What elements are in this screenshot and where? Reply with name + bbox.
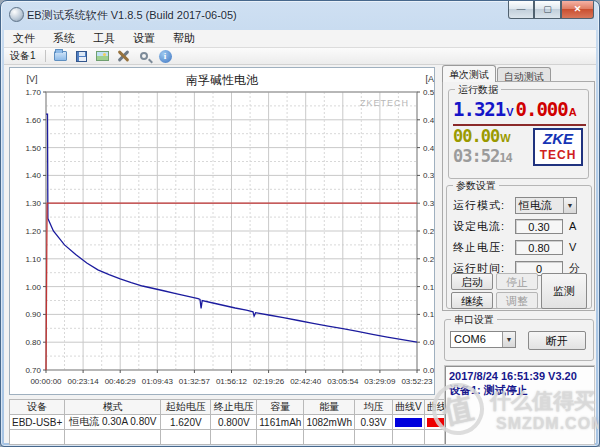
set-current-input[interactable]: 0.30 [515, 219, 563, 234]
cell-end-v: 0.800V [211, 415, 257, 430]
com-port-value: COM6 [451, 332, 502, 347]
col-device: 设备 [10, 400, 65, 415]
menu-tools[interactable]: 工具 [84, 29, 124, 48]
params-group-label: 参数设置 [453, 179, 499, 193]
svg-text:1.20: 1.20 [25, 227, 41, 236]
svg-text:0.05: 0.05 [423, 338, 434, 347]
voltage-current-display: 1.321 V 0.000 A [453, 98, 586, 126]
svg-text:0.80: 0.80 [25, 338, 41, 347]
run-mode-select[interactable]: 恒电流 ▼ [515, 197, 577, 214]
menu-system[interactable]: 系统 [44, 29, 84, 48]
col-mode: 模式 [65, 400, 161, 415]
svg-text:0.40: 0.40 [423, 144, 434, 153]
zoom-icon[interactable] [137, 49, 152, 63]
save-icon[interactable] [74, 49, 89, 63]
run-mode-value: 恒电流 [516, 198, 563, 213]
run-data-group-label: 运行数据 [455, 83, 501, 97]
svg-text:1.10: 1.10 [25, 255, 41, 264]
svg-text:1.00: 1.00 [25, 283, 41, 292]
svg-text:0.30: 0.30 [423, 199, 434, 208]
tools-icon[interactable] [116, 49, 131, 63]
voltage-unit: V [506, 106, 513, 118]
status-message: 设备1: 测试停止 [449, 383, 590, 397]
monitor-button[interactable]: 监测 [541, 273, 587, 309]
chart-panel: 南孚碱性电池 [V]1.701.601.501.401.301.201.101.… [9, 67, 435, 395]
table-row[interactable]: EBD-USB+ 恒电流 0.30A 0.80V 1.620V 0.800V 1… [10, 415, 456, 430]
power-unit: W [500, 132, 510, 144]
cell-energy: 1082mWh [304, 415, 355, 430]
device-selector[interactable]: 设备1 [4, 48, 41, 64]
cutoff-voltage-input[interactable]: 0.80 [515, 240, 563, 255]
svg-text:0.70: 0.70 [25, 366, 41, 375]
status-log: 2017/8/24 16:51:39 V3.20 设备1: 测试停止 [444, 365, 595, 445]
set-current-label: 设定电流: [453, 219, 515, 234]
serial-group-label: 串口设置 [451, 313, 497, 327]
continue-button[interactable]: 继续 [451, 292, 493, 309]
svg-text:01:09:43: 01:09:43 [142, 377, 174, 386]
table-header-row: 设备 模式 起始电压 终止电压 容量 能量 均压 曲线V 曲线A [10, 400, 456, 415]
cutoff-voltage-label: 终止电压: [453, 240, 515, 255]
svg-text:03:05:54: 03:05:54 [327, 377, 359, 386]
adjust-button: 调整 [496, 292, 538, 309]
client-area: 南孚碱性电池 [V]1.701.601.501.401.301.201.101.… [4, 65, 596, 443]
tab-single-test[interactable]: 单次测试 [442, 65, 496, 82]
menu-bar: 文件 系统 工具 设置 帮助 [4, 30, 596, 48]
col-end-v: 终止电压 [211, 400, 257, 415]
col-capacity: 容量 [257, 400, 304, 415]
col-avg-v: 均压 [354, 400, 392, 415]
svg-text:1.50: 1.50 [25, 144, 41, 153]
svg-text:02:19:26: 02:19:26 [253, 377, 285, 386]
svg-text:1.40: 1.40 [25, 171, 41, 180]
open-file-icon[interactable] [53, 49, 68, 63]
stop-button: 停止 [496, 273, 538, 290]
svg-text:1.70: 1.70 [25, 88, 41, 97]
run-data-group: 运行数据 1.321 V 0.000 A 00.00W 03:5214 ZKE … [448, 89, 589, 179]
tab-auto-test[interactable]: 自动测试 [497, 67, 551, 82]
run-mode-label: 运行模式: [453, 198, 515, 213]
app-icon [9, 7, 24, 22]
col-start-v: 起始电压 [161, 400, 211, 415]
table-empty-row [10, 430, 456, 445]
toolbar-separator [45, 50, 46, 62]
chevron-down-icon[interactable]: ▼ [502, 332, 515, 347]
export-image-icon[interactable] [95, 49, 110, 63]
menu-file[interactable]: 文件 [4, 29, 44, 48]
status-timestamp: 2017/8/24 16:51:39 V3.20 [449, 369, 590, 383]
svg-text:0.45: 0.45 [423, 116, 434, 125]
minimize-button[interactable]: — [508, 1, 534, 19]
svg-text:1.30: 1.30 [25, 199, 41, 208]
svg-text:0.20: 0.20 [423, 255, 434, 264]
curve-v-color [395, 418, 422, 427]
svg-text:0.15: 0.15 [423, 283, 434, 292]
svg-text:ZKETECH: ZKETECH [360, 98, 409, 108]
maximize-button[interactable]: ▢ [534, 1, 561, 19]
cell-capacity: 1161mAh [257, 415, 304, 430]
svg-text:03:52:23: 03:52:23 [401, 377, 433, 386]
col-curve-v: 曲线V [392, 400, 424, 415]
svg-text:0.90: 0.90 [25, 310, 41, 319]
logo-text-tech: TECH [535, 148, 581, 162]
disconnect-button[interactable]: 断开 [528, 331, 586, 350]
svg-text:01:32:57: 01:32:57 [179, 377, 211, 386]
title-bar[interactable]: EB测试系统软件 V1.8.5 (Build 2017-06-05) — ▢ ✕ [1, 1, 599, 29]
close-button[interactable]: ✕ [561, 1, 594, 19]
menu-help[interactable]: 帮助 [164, 29, 204, 48]
start-button[interactable]: 启动 [451, 273, 493, 290]
elapsed-time-seconds: 14 [499, 151, 511, 165]
power-time-display: 00.00W 03:5214 [453, 126, 513, 166]
discharge-chart: [V]1.701.601.501.401.301.201.101.000.900… [10, 68, 434, 394]
set-current-row: 设定电流: 0.30 A [453, 217, 587, 235]
cell-mode: 恒电流 0.30A 0.80V [65, 415, 161, 430]
svg-text:[V]: [V] [26, 74, 37, 84]
menu-settings[interactable]: 设置 [124, 29, 164, 48]
col-energy: 能量 [304, 400, 355, 415]
svg-text:0.00: 0.00 [423, 366, 434, 375]
com-port-select[interactable]: COM6 ▼ [450, 331, 516, 348]
info-icon[interactable]: i [158, 49, 173, 63]
app-window: EB测试系统软件 V1.8.5 (Build 2017-06-05) — ▢ ✕… [0, 0, 600, 447]
set-current-unit: A [569, 220, 576, 232]
chevron-down-icon[interactable]: ▼ [563, 198, 576, 213]
cell-curve-v-swatch[interactable] [392, 415, 424, 430]
svg-text:0.50: 0.50 [423, 88, 434, 97]
svg-text:01:56:12: 01:56:12 [216, 377, 248, 386]
